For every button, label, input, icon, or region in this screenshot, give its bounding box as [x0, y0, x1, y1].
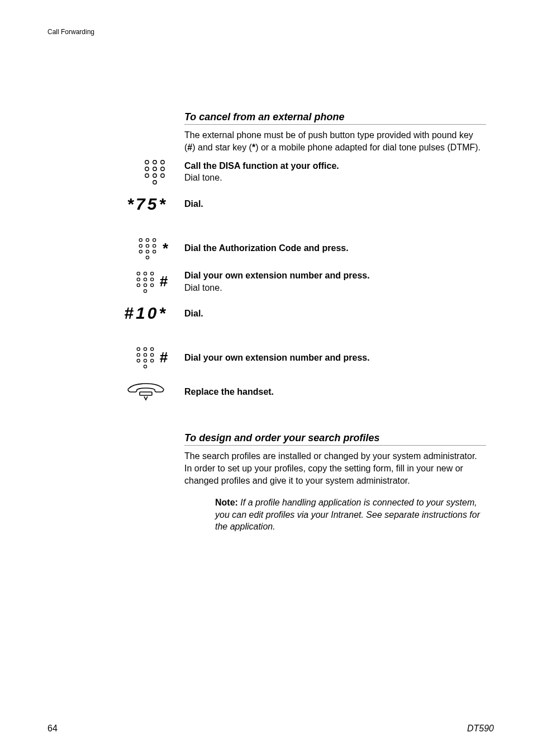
- step-row-call-disa: Call the DISA function at your office. D…: [47, 159, 494, 185]
- step-left: *: [47, 237, 184, 259]
- hash-key-icon: #: [160, 273, 168, 290]
- svg-point-31: [144, 348, 146, 351]
- intro-paragraph: The external phone must be of push butto…: [184, 129, 486, 153]
- svg-point-29: [144, 290, 146, 292]
- step-bold: Dial.: [184, 198, 486, 210]
- step-right: Dial your own extension number and press…: [184, 270, 486, 294]
- svg-point-34: [144, 353, 146, 356]
- svg-point-18: [153, 251, 155, 253]
- step-left: #10*: [47, 304, 184, 323]
- content-area: To cancel from an external phone The ext…: [47, 111, 494, 533]
- svg-point-39: [144, 365, 146, 368]
- svg-point-6: [145, 174, 149, 177]
- svg-point-32: [150, 348, 153, 351]
- keypad-icon: [136, 237, 159, 259]
- page-footer: 64 DT590: [47, 724, 494, 734]
- svg-point-9: [153, 181, 156, 184]
- dial-code-10: #10*: [124, 304, 168, 323]
- svg-point-16: [139, 251, 142, 253]
- step-right: Dial your own extension number and press…: [184, 352, 486, 364]
- svg-point-0: [145, 160, 149, 164]
- svg-point-30: [137, 348, 140, 351]
- step-bold: Dial.: [184, 308, 486, 320]
- svg-point-35: [150, 353, 153, 356]
- dial-code-75: *75*: [127, 195, 168, 214]
- star-key-icon: *: [162, 240, 168, 257]
- step-bold: Dial the Authorization Code and press.: [184, 242, 486, 254]
- section-heading-search-profiles: To design and order your search profiles: [184, 432, 486, 446]
- note-label: Note:: [215, 498, 238, 507]
- svg-point-33: [137, 353, 140, 356]
- svg-point-38: [150, 360, 153, 362]
- note-block: Note: If a profile handling application …: [215, 497, 486, 533]
- svg-point-14: [146, 244, 149, 247]
- handset-icon: [124, 381, 168, 402]
- svg-point-17: [146, 251, 149, 253]
- page-number: 64: [47, 724, 58, 734]
- svg-point-27: [144, 284, 146, 286]
- step-bold: Call the DISA function at your office.: [184, 160, 486, 172]
- note-body: If a profile handling application is con…: [215, 498, 480, 531]
- svg-point-23: [137, 278, 140, 281]
- step-row-dial-10: #10* Dial.: [47, 304, 494, 323]
- svg-point-28: [150, 284, 153, 286]
- svg-point-13: [139, 244, 142, 247]
- step-row-auth-code: * Dial the Authorization Code and press.: [47, 237, 494, 259]
- step-row-dial-75: *75* Dial.: [47, 195, 494, 214]
- svg-point-36: [137, 360, 140, 362]
- step-right: Dial the Authorization Code and press.: [184, 242, 486, 254]
- svg-point-4: [153, 167, 156, 171]
- svg-point-25: [150, 278, 153, 281]
- step-right: Call the DISA function at your office. D…: [184, 160, 486, 184]
- step-left: #: [47, 271, 184, 293]
- svg-rect-40: [140, 392, 152, 395]
- page-header-section: Call Forwarding: [47, 28, 494, 36]
- model-name: DT590: [467, 724, 494, 734]
- svg-point-20: [137, 272, 140, 275]
- svg-point-15: [153, 244, 155, 247]
- step-bold: Replace the handset.: [184, 386, 486, 398]
- step-left: #: [47, 346, 184, 368]
- svg-point-3: [145, 167, 149, 171]
- svg-point-11: [146, 239, 149, 242]
- intro-mid: ) and star key (: [192, 143, 252, 152]
- svg-point-2: [161, 160, 164, 164]
- step-right: Dial.: [184, 308, 486, 320]
- keypad-icon: [134, 346, 156, 368]
- step-left: [47, 381, 184, 402]
- hash-symbol-inline: #: [187, 143, 192, 152]
- svg-point-37: [144, 360, 146, 362]
- svg-point-24: [144, 278, 146, 281]
- step-right: Dial.: [184, 198, 486, 210]
- step-sub: Dial tone.: [184, 172, 486, 184]
- svg-point-21: [144, 272, 146, 275]
- svg-point-7: [153, 174, 156, 177]
- step-bold: Dial your own extension number and press…: [184, 352, 486, 364]
- step-row-own-ext-1: # Dial your own extension number and pre…: [47, 270, 494, 294]
- svg-point-5: [161, 167, 164, 171]
- step-left: [47, 159, 184, 185]
- step-row-own-ext-2: # Dial your own extension number and pre…: [47, 346, 494, 368]
- svg-point-10: [139, 239, 142, 242]
- svg-point-1: [153, 160, 156, 164]
- svg-point-22: [150, 272, 153, 275]
- step-right: Replace the handset.: [184, 386, 486, 398]
- step-left: *75*: [47, 195, 184, 214]
- keypad-icon: [142, 159, 168, 185]
- section-heading-cancel-external: To cancel from an external phone: [184, 111, 486, 125]
- svg-point-8: [161, 174, 164, 177]
- step-bold: Dial your own extension number and press…: [184, 270, 486, 282]
- step-sub: Dial tone.: [184, 282, 486, 294]
- section2-body: The search profiles are installed or cha…: [184, 450, 486, 486]
- svg-point-12: [153, 239, 155, 242]
- step-row-replace-handset: Replace the handset.: [47, 381, 494, 402]
- keypad-icon: [134, 271, 156, 293]
- svg-point-19: [146, 256, 149, 259]
- hash-key-icon: #: [160, 349, 168, 366]
- svg-point-26: [137, 284, 140, 286]
- page-container: Call Forwarding To cancel from an extern…: [0, 0, 533, 756]
- intro-post: ) or a mobile phone adapted for dial ton…: [255, 143, 480, 152]
